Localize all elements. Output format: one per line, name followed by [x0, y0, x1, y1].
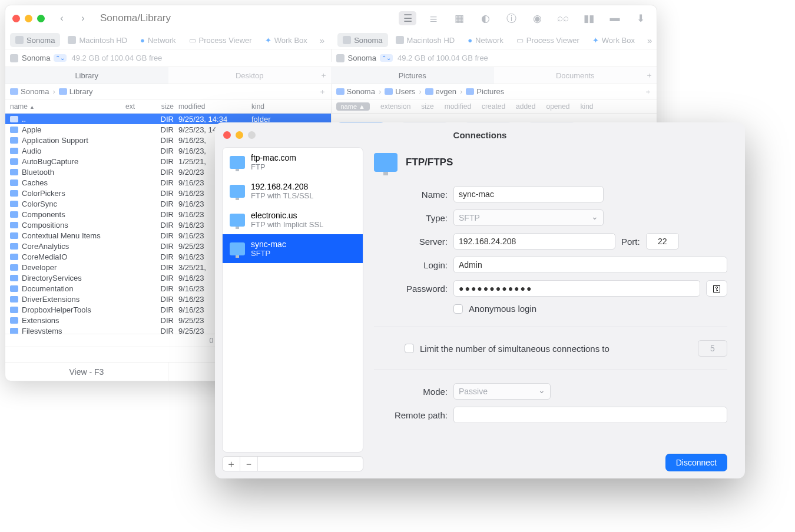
toggle-icon[interactable]: ◐ [476, 11, 494, 25]
server-icon [230, 185, 245, 198]
tab-desktop[interactable]: Desktop＋ [168, 66, 332, 84]
name-field[interactable] [453, 186, 604, 202]
folder-icon [10, 317, 18, 324]
limit-field[interactable] [698, 340, 727, 357]
minimize-icon[interactable] [236, 131, 243, 139]
disk-bar-left: Sonoma ⌃⌄ 49.2 GB of 100.04 GB free [5, 49, 331, 66]
anonymous-checkbox[interactable] [453, 304, 463, 314]
breadcrumb-left: Sonoma › Library ＋ [5, 84, 331, 99]
favorites-more-icon[interactable]: » [316, 35, 328, 45]
connection-item[interactable]: 192.168.24.208FTP with TLS/SSL [223, 177, 363, 205]
folder-icon [10, 169, 18, 175]
columns-right: name ▲ extension size modified created a… [332, 99, 657, 114]
col-kind[interactable]: kind [251, 102, 293, 111]
tab-documents[interactable]: Documents＋ [494, 66, 657, 84]
remove-connection-button[interactable]: － [240, 457, 258, 471]
folder-icon [10, 222, 18, 228]
folder-icon [10, 307, 18, 313]
col-ext[interactable]: ext [125, 102, 149, 111]
preview-icon[interactable]: ◉ [528, 11, 546, 25]
folder-icon [10, 137, 18, 144]
view-list-icon[interactable]: ☰ [399, 11, 416, 25]
favorite-macintosh-hd[interactable]: Macintosh HD [62, 33, 132, 47]
favorite-network[interactable]: ●Network [135, 33, 181, 47]
connections-window: Connections ftp-mac.comFTP192.168.24.208… [215, 122, 745, 478]
favorite-sonoma[interactable]: Sonoma [10, 33, 60, 47]
breadcrumb-add-icon-r[interactable]: ＋ [644, 87, 652, 97]
add-tab-icon-r[interactable]: ＋ [645, 70, 653, 81]
favorites-bar-right: Sonoma Macintosh HD ●Network ▭Process Vi… [333, 31, 657, 49]
server-field[interactable] [453, 233, 615, 250]
zoom-icon[interactable] [37, 15, 45, 22]
connection-proto-header: FTP/FTPS [406, 157, 453, 168]
favorite-sonoma-r[interactable]: Sonoma [337, 33, 387, 47]
server-icon [230, 214, 245, 227]
login-field[interactable] [453, 257, 727, 273]
favorite-process-viewer[interactable]: ▭Process Viewer [184, 33, 257, 47]
connection-item[interactable]: electronic.usFTP with Implicit SSL [223, 205, 363, 234]
tab-pictures[interactable]: Pictures [331, 66, 494, 84]
disk-select-left[interactable]: Sonoma ⌃⌄ [10, 54, 67, 62]
server-icon [230, 242, 245, 255]
col-name[interactable]: name▲ [10, 102, 125, 111]
favorite-process-viewer-r[interactable]: ▭Process Viewer [511, 33, 585, 47]
info-icon[interactable]: ⓘ [502, 11, 520, 25]
connections-title: Connections [215, 130, 745, 140]
folder-icon [10, 275, 18, 281]
monitor-icon[interactable]: ▬ [606, 11, 624, 25]
disk-free-left: 49.2 GB of 100.04 GB free [71, 54, 162, 62]
disk-select-right[interactable]: Sonoma ⌃⌄ [336, 54, 393, 62]
minimize-icon[interactable] [25, 15, 32, 22]
binoculars-icon[interactable]: ⌕⌕ [554, 11, 572, 25]
breadcrumb-right: Sonoma› Users› evgen› Pictures ＋ [332, 84, 657, 99]
limit-checkbox[interactable] [405, 344, 414, 353]
port-field[interactable] [646, 233, 679, 250]
view-grid-icon[interactable]: ▦ [450, 11, 468, 25]
key-icon[interactable]: ⚿ [706, 280, 727, 297]
folder-icon [10, 179, 18, 186]
folder-icon [10, 264, 18, 271]
add-tab-icon[interactable]: ＋ [320, 70, 327, 81]
col-modified[interactable]: modified [178, 102, 251, 111]
connection-list[interactable]: ftp-mac.comFTP192.168.24.208FTP with TLS… [222, 147, 363, 453]
disconnect-button[interactable]: Disconnect [665, 454, 727, 471]
nav-forward-button[interactable]: › [75, 11, 91, 26]
favorite-macintosh-hd-r[interactable]: Macintosh HD [390, 33, 461, 47]
tab-library[interactable]: Library [5, 66, 168, 84]
password-field[interactable] [453, 280, 700, 297]
col-name-r[interactable]: name ▲ [336, 102, 370, 111]
favorite-work-box[interactable]: ✦Work Box [260, 33, 313, 47]
titlebar: ‹ › Sonoma/Library ☰ ≣ ▦ ◐ ⓘ ◉ ⌕⌕ ▮▮ ▬ ⬇ [5, 5, 657, 31]
close-icon[interactable] [223, 131, 231, 139]
favorite-work-box-r[interactable]: ✦Work Box [587, 33, 640, 47]
connections-titlebar: Connections [215, 122, 745, 147]
fn-view-button[interactable]: View - F3 [5, 363, 168, 381]
folder-icon [10, 116, 18, 122]
close-icon[interactable] [12, 15, 20, 22]
folder-icon [10, 285, 18, 292]
connection-item[interactable]: sync-macSFTP [223, 234, 363, 263]
connection-item[interactable]: ftp-mac.comFTP [223, 148, 363, 177]
download-icon[interactable]: ⬇ [632, 11, 650, 25]
remote-path-field[interactable] [453, 407, 727, 423]
mode-select[interactable]: Passive [453, 383, 551, 400]
server-icon [230, 156, 245, 169]
type-select[interactable]: SFTP [453, 210, 604, 226]
folder-icon [10, 148, 18, 154]
folder-icon [10, 127, 18, 133]
folder-icon [10, 296, 18, 302]
folder-icon [10, 158, 18, 165]
crumb-library[interactable]: Library [59, 87, 93, 96]
folder-icon [10, 328, 18, 334]
favorite-network-r[interactable]: ●Network [462, 33, 509, 47]
view-columns-icon[interactable]: ≣ [425, 11, 442, 25]
favorites-more-icon-r[interactable]: » [644, 35, 655, 45]
add-connection-button[interactable]: ＋ [223, 457, 240, 471]
nav-back-button[interactable]: ‹ [54, 11, 69, 26]
server-icon [374, 153, 398, 172]
archive-icon[interactable]: ▮▮ [580, 11, 598, 25]
crumb-sonoma[interactable]: Sonoma [10, 87, 49, 96]
breadcrumb-add-icon[interactable]: ＋ [319, 87, 326, 97]
disk-bar-right: Sonoma ⌃⌄ 49.2 GB of 100.04 GB free [332, 49, 657, 66]
col-size[interactable]: size [149, 102, 178, 111]
